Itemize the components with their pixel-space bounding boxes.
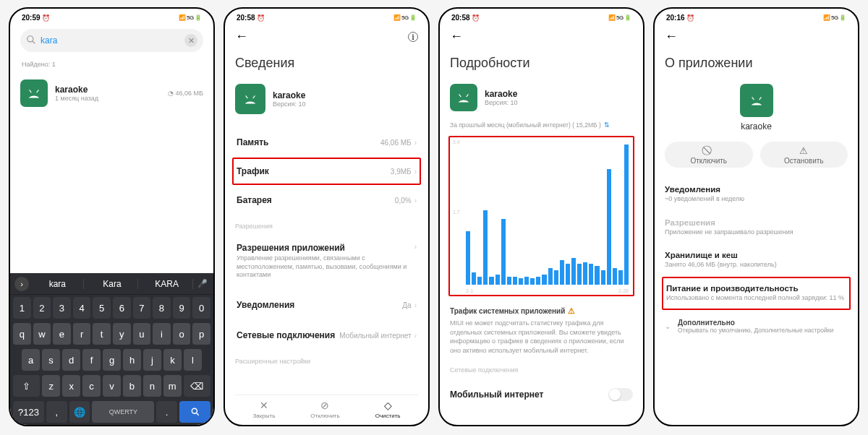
- key-p[interactable]: p: [192, 323, 210, 345]
- period-selector[interactable]: За прошлый месяц (мобильный интернет) ( …: [450, 121, 633, 129]
- expand-icon[interactable]: ›: [14, 277, 29, 291]
- results-count: Найдено: 1: [22, 61, 202, 68]
- key-e[interactable]: e: [53, 323, 71, 345]
- chart-bar: [613, 268, 617, 285]
- info-icon[interactable]: i: [408, 32, 418, 42]
- svg-point-3: [36, 95, 38, 96]
- shift-key[interactable]: ⇧: [13, 375, 40, 397]
- block-power[interactable]: Питание и производительностьИспользовано…: [662, 277, 851, 310]
- chart-bar: [501, 219, 506, 285]
- toggle-switch[interactable]: [608, 388, 633, 401]
- key-d[interactable]: d: [62, 349, 80, 371]
- app-name: karaoke: [741, 121, 772, 132]
- backspace-key[interactable]: ⌫: [184, 375, 210, 397]
- chart-bar: [536, 277, 540, 285]
- key-l[interactable]: l: [184, 349, 202, 371]
- row-battery[interactable]: Батарея0,0%›: [235, 185, 418, 215]
- key-s[interactable]: s: [42, 349, 60, 371]
- android-icon: [740, 84, 773, 117]
- key-b[interactable]: b: [123, 375, 141, 397]
- block-more[interactable]: ⌄ ДополнительноОткрывать по умолчанию, Д…: [665, 310, 848, 343]
- key-k[interactable]: k: [163, 349, 182, 371]
- search-input[interactable]: [41, 35, 180, 46]
- svg-point-12: [460, 99, 461, 100]
- search-bar[interactable]: ✕: [20, 29, 203, 52]
- status-bar: 20:59⏰ 📶 5G 🔋: [10, 9, 213, 25]
- svg-line-14: [459, 94, 461, 97]
- key-1[interactable]: 1: [13, 297, 31, 319]
- suggestion[interactable]: KARA: [141, 279, 193, 289]
- back-icon[interactable]: ←: [235, 29, 248, 44]
- chevron-right-icon: ›: [414, 243, 417, 251]
- key-y[interactable]: y: [113, 323, 131, 345]
- disable-button[interactable]: ⃠Отключить: [665, 142, 753, 168]
- chart-bar: [530, 278, 535, 285]
- search-result-row[interactable]: karaoke 1 месяц назад ◔46,06 МБ: [20, 77, 203, 110]
- search-key[interactable]: [179, 401, 210, 423]
- close-button[interactable]: ✕Закрыть: [252, 400, 275, 419]
- key-5[interactable]: 5: [93, 297, 111, 319]
- key-3[interactable]: 3: [53, 297, 71, 319]
- key-9[interactable]: 9: [173, 297, 191, 319]
- app-size: ◔46,06 МБ: [168, 90, 203, 97]
- key-i[interactable]: i: [153, 323, 171, 345]
- key-a[interactable]: a: [22, 349, 40, 371]
- key-x[interactable]: x: [62, 375, 80, 397]
- key-6[interactable]: 6: [113, 297, 131, 319]
- row-memory[interactable]: Память46,06 МБ›: [235, 127, 418, 158]
- row-app-permissions[interactable]: Разрешения приложенийУправление разрешен…: [235, 233, 418, 290]
- system-traffic-note: MIUI не может подсчитать статистику траф…: [450, 319, 633, 355]
- phone-screen-3: 20:58⏰ 📶 5G 🔋 ← Подробности karaoke Верс…: [438, 7, 644, 426]
- mic-icon[interactable]: 🎤: [196, 279, 209, 288]
- disable-button[interactable]: ⊘Отключить: [310, 400, 339, 419]
- key-u[interactable]: u: [133, 323, 151, 345]
- phone-screen-1: 20:59⏰ 📶 5G 🔋 ✕ Найдено: 1 karaoke 1 мес…: [9, 7, 215, 426]
- key-n[interactable]: n: [143, 375, 161, 397]
- key-o[interactable]: o: [173, 323, 191, 345]
- row-traffic[interactable]: Трафик3,9МБ›: [232, 158, 421, 185]
- svg-line-1: [33, 41, 35, 44]
- key-j[interactable]: j: [143, 349, 161, 371]
- key-7[interactable]: 7: [133, 297, 151, 319]
- section-label: Сетевые подключения: [450, 366, 633, 374]
- block-notifications[interactable]: Уведомления~0 уведомлений в неделю: [665, 178, 848, 211]
- suggestion[interactable]: kara: [32, 279, 84, 289]
- key-8[interactable]: 8: [153, 297, 171, 319]
- clear-button[interactable]: ◇Очистить: [375, 400, 401, 419]
- suggestion[interactable]: Kara: [87, 279, 139, 289]
- block-permissions: РазрешенияПриложение не запрашивало разр…: [665, 211, 848, 244]
- key-g[interactable]: g: [103, 349, 121, 371]
- row-notifications[interactable]: УведомленияДа›: [235, 290, 418, 320]
- back-icon[interactable]: ←: [450, 29, 463, 44]
- keyboard[interactable]: › kara Kara KARA 🎤 1234567890 qwertyuiop…: [10, 273, 213, 425]
- space-key[interactable]: QWERTY: [92, 401, 154, 423]
- stop-button[interactable]: ⚠Остановить: [760, 142, 848, 168]
- key-r[interactable]: r: [73, 323, 91, 345]
- key-0[interactable]: 0: [192, 297, 210, 319]
- period-key[interactable]: .: [156, 401, 177, 423]
- svg-line-7: [196, 413, 198, 415]
- app-name: karaoke: [273, 90, 305, 100]
- key-v[interactable]: v: [103, 375, 121, 397]
- key-m[interactable]: m: [163, 375, 182, 397]
- block-storage[interactable]: Хранилище и кешЗанято 46,06 МБ (внутр. н…: [665, 244, 848, 277]
- key-h[interactable]: h: [123, 349, 141, 371]
- comma-key[interactable]: ,: [46, 401, 67, 423]
- lang-key[interactable]: 🌐: [69, 401, 90, 423]
- key-c[interactable]: c: [82, 375, 101, 397]
- chevron-down-icon: ⌄: [665, 322, 671, 330]
- symbols-key[interactable]: ?123: [13, 401, 44, 423]
- key-f[interactable]: f: [82, 349, 101, 371]
- key-2[interactable]: 2: [33, 297, 51, 319]
- key-t[interactable]: t: [93, 323, 111, 345]
- row-network[interactable]: Сетевые подключенияМобильный интернет›: [235, 320, 418, 350]
- key-4[interactable]: 4: [73, 297, 91, 319]
- key-z[interactable]: z: [42, 375, 60, 397]
- back-icon[interactable]: ←: [665, 29, 678, 44]
- system-traffic-title: Трафик системных приложений⚠: [450, 306, 633, 316]
- clear-icon[interactable]: ✕: [184, 34, 197, 47]
- chart-bar: [477, 277, 482, 285]
- key-q[interactable]: q: [13, 323, 31, 345]
- key-w[interactable]: w: [33, 323, 51, 345]
- mobile-internet-row[interactable]: Мобильный интернет: [450, 384, 633, 405]
